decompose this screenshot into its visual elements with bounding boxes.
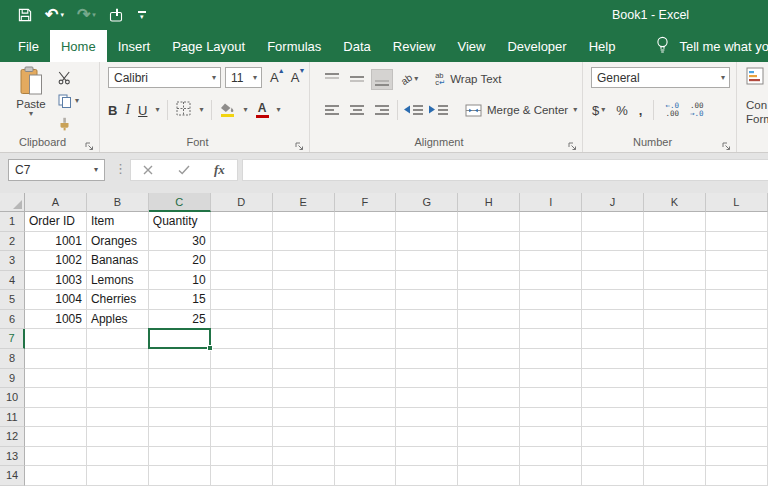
cell-I3[interactable] [520,251,582,271]
cell-D3[interactable] [211,251,273,271]
accounting-format-button[interactable]: $ ▾ [592,103,605,118]
cell-K14[interactable] [644,466,706,486]
font-size-combobox[interactable]: 11 ▾ [225,67,262,88]
cell-A7[interactable] [25,329,87,349]
cell-L4[interactable] [706,271,768,291]
cell-C10[interactable] [149,388,211,408]
top-align-button[interactable] [322,70,342,89]
tab-review[interactable]: Review [382,30,447,62]
paste-button[interactable]: Paste ▾ [8,66,54,132]
cell-L6[interactable] [706,310,768,330]
format-painter-button[interactable] [58,116,79,131]
cell-L11[interactable] [706,408,768,428]
cell-A2[interactable]: 1001 [25,232,87,252]
cell-F7[interactable] [335,329,397,349]
cell-E6[interactable] [273,310,335,330]
cell-I7[interactable] [520,329,582,349]
cell-E3[interactable] [273,251,335,271]
row-header-7[interactable]: 7 [0,329,25,349]
row-header-14[interactable]: 14 [0,466,25,486]
cell-F11[interactable] [335,408,397,428]
italic-button[interactable]: I [125,102,130,118]
cell-I2[interactable] [520,232,582,252]
row-header-12[interactable]: 12 [0,427,25,447]
font-dialog-launcher-icon[interactable] [295,137,305,147]
column-header-H[interactable]: H [458,193,520,212]
row-header-4[interactable]: 4 [0,271,25,291]
cell-G4[interactable] [396,271,458,291]
row-header-9[interactable]: 9 [0,369,25,389]
row-header-3[interactable]: 3 [0,251,25,271]
cell-B4[interactable]: Lemons [87,271,149,291]
cell-E11[interactable] [273,408,335,428]
column-header-D[interactable]: D [211,193,273,212]
undo-dropdown-icon[interactable]: ▾ [60,11,64,19]
cell-B13[interactable] [87,447,149,467]
cell-A14[interactable] [25,466,87,486]
cell-E9[interactable] [273,369,335,389]
cell-E2[interactable] [273,232,335,252]
cell-F10[interactable] [335,388,397,408]
cell-B1[interactable]: Item [87,212,149,232]
redo-button[interactable]: ↷ ▾ [77,7,96,23]
cell-D2[interactable] [211,232,273,252]
orientation-dropdown-icon[interactable]: ▾ [414,75,418,83]
cell-D5[interactable] [211,290,273,310]
fill-color-dropdown-icon[interactable]: ▾ [243,106,247,114]
cell-D6[interactable] [211,310,273,330]
formula-input[interactable] [242,159,768,181]
cell-A13[interactable] [25,447,87,467]
cell-J7[interactable] [582,329,644,349]
row-header-10[interactable]: 10 [0,388,25,408]
row-header-11[interactable]: 11 [0,408,25,428]
tab-data[interactable]: Data [332,30,381,62]
cell-I6[interactable] [520,310,582,330]
cell-K12[interactable] [644,427,706,447]
cell-K3[interactable] [644,251,706,271]
cell-J14[interactable] [582,466,644,486]
font-color-button[interactable]: A [256,103,269,118]
cell-L12[interactable] [706,427,768,447]
merge-center-button[interactable]: Merge & Center ▾ [465,104,577,117]
cell-H2[interactable] [458,232,520,252]
cell-K10[interactable] [644,388,706,408]
tell-me-box[interactable]: Tell me what you wan [656,30,768,62]
cell-J12[interactable] [582,427,644,447]
tab-view[interactable]: View [446,30,496,62]
cell-I4[interactable] [520,271,582,291]
cell-G10[interactable] [396,388,458,408]
tab-home[interactable]: Home [50,30,107,62]
column-header-G[interactable]: G [396,193,458,212]
cell-K8[interactable] [644,349,706,369]
cell-B7[interactable] [87,329,149,349]
increase-indent-button[interactable] [428,105,448,114]
customize-quick-access-toolbar-icon[interactable]: ▾ [138,11,146,19]
tab-file[interactable]: File [7,30,50,62]
name-box[interactable]: C7 ▾ [8,159,105,181]
cell-E5[interactable] [273,290,335,310]
cell-I1[interactable] [520,212,582,232]
cut-button[interactable] [58,70,79,85]
cell-K7[interactable] [644,329,706,349]
column-header-E[interactable]: E [273,193,335,212]
cell-H13[interactable] [458,447,520,467]
cell-G3[interactable] [396,251,458,271]
cell-H5[interactable] [458,290,520,310]
cell-G11[interactable] [396,408,458,428]
cell-G7[interactable] [396,329,458,349]
cell-L2[interactable] [706,232,768,252]
cell-G2[interactable] [396,232,458,252]
cell-D1[interactable] [211,212,273,232]
cell-G12[interactable] [396,427,458,447]
save-icon[interactable] [18,8,32,22]
cell-D12[interactable] [211,427,273,447]
cell-I14[interactable] [520,466,582,486]
cell-A12[interactable] [25,427,87,447]
underline-button[interactable]: U [138,103,147,118]
cell-F9[interactable] [335,369,397,389]
cell-F14[interactable] [335,466,397,486]
cell-L9[interactable] [706,369,768,389]
percent-style-button[interactable]: % [616,103,628,118]
cell-C5[interactable]: 15 [149,290,211,310]
cell-K11[interactable] [644,408,706,428]
